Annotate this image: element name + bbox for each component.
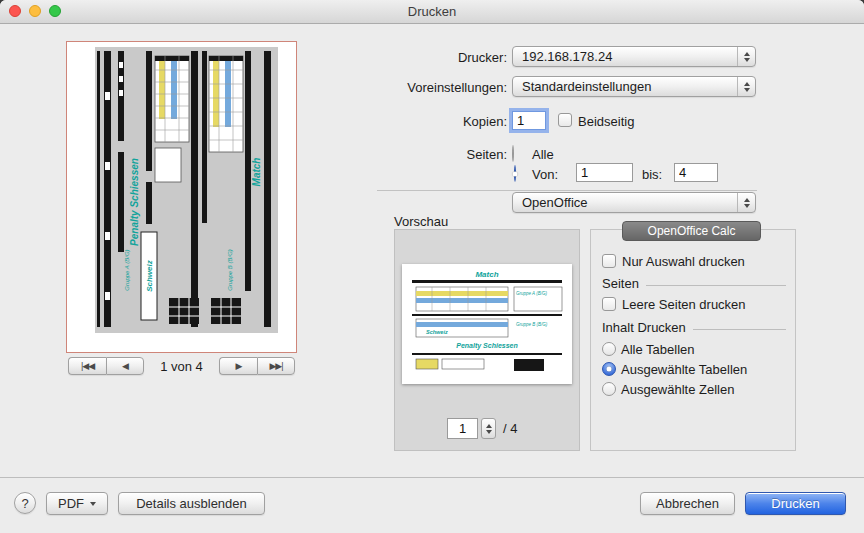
preview-page-input[interactable] [447,418,478,439]
help-button[interactable]: ? [14,492,36,514]
hide-details-label: Details ausblenden [136,496,247,511]
all-tables-label: Alle Tabellen [621,342,694,357]
vorschau-label: Vorschau [394,214,448,229]
previous-page-icon: ◀ [122,361,128,371]
group-rule [693,329,786,330]
next-page-button[interactable]: ▶ [219,357,257,375]
copies-input[interactable] [512,111,546,130]
cancel-button[interactable]: Abbrechen [640,492,735,515]
preview-page-total: / 4 [503,421,517,436]
last-page-icon: ▶▶| [269,361,282,371]
presets-label: Voreinstellungen: [407,80,507,95]
print-selection-only-checkbox[interactable] [602,254,616,268]
hide-details-button[interactable]: Details ausblenden [118,492,265,515]
preview-gruppe-b-text: Gruppe B (B/G) [227,249,233,291]
close-button[interactable] [9,5,21,17]
app-options-popup[interactable]: OpenOffice [512,192,756,213]
pages-to-label: bis: [642,167,662,182]
printer-label: Drucker: [458,50,507,65]
footer-bar: ? PDF Details ausblenden Abbrechen Druck… [0,477,864,533]
pages-to-input[interactable] [674,163,718,182]
group-rule [646,285,786,286]
pages-label: Seiten: [467,147,507,162]
popup-arrows-icon [737,77,755,96]
print-preview-small-image: Match Gruppe A (B/G) Gruppe B (B/G) Schw… [402,264,572,384]
duplex-label: Beidseitig [578,114,634,129]
presets-popup-value: Standardeinstellungen [522,79,651,94]
popup-arrows-icon [737,47,755,66]
print-empty-pages-label: Leere Seiten drucken [622,297,746,312]
content-group-header: Inhalt Drucken [602,320,786,335]
pdf-menu-button[interactable]: PDF [46,492,108,515]
preview-gruppe-a-text: Gruppe A (B/G) [124,249,130,290]
pages-group-header: Seiten [602,276,786,291]
all-tables-radio[interactable] [602,342,616,356]
minimize-button[interactable] [29,5,41,17]
vorschau-box: Match Gruppe A (B/G) Gruppe B (B/G) Schw… [394,229,580,451]
print-button[interactable]: Drucken [745,492,846,515]
selected-cells-radio[interactable] [602,382,616,396]
stepper-up-icon [486,424,492,428]
svg-text:Schweiz: Schweiz [426,329,448,335]
svg-text:Gruppe B (B/G): Gruppe B (B/G) [516,322,548,327]
app-options-popup-value: OpenOffice [522,195,588,210]
content-group-header-label: Inhalt Drucken [602,320,686,335]
page-indicator: 1 von 4 [144,359,219,374]
titlebar[interactable]: Drucken [0,0,864,24]
selected-tables-label: Ausgewählte Tabellen [621,362,747,377]
print-label: Drucken [771,496,819,511]
pages-all-label: Alle [532,147,554,162]
last-page-button[interactable]: ▶▶| [257,357,295,375]
print-empty-pages-checkbox[interactable] [602,297,616,311]
svg-text:Penalty Schiessen: Penalty Schiessen [456,342,517,350]
zoom-button[interactable] [49,5,61,17]
pages-group-header-label: Seiten [602,276,639,291]
pages-from-label: Von: [532,167,558,182]
print-selection-only-label: Nur Auswahl drucken [622,254,745,269]
copies-label: Kopien: [463,114,507,129]
pages-from-radio[interactable] [514,165,516,182]
first-page-icon: |◀◀ [81,361,94,371]
cancel-label: Abbrechen [656,496,719,511]
selected-cells-label: Ausgewählte Zellen [621,382,734,397]
next-page-icon: ▶ [236,361,242,371]
preview-penalty-text: Penalty Schiessen [129,158,140,246]
preview-match-text: Match [251,158,262,187]
pdf-menu-label: PDF [58,496,84,511]
print-dialog-window: Drucken Penalty Schiessen [0,0,864,533]
page-preview-small: Match Gruppe A (B/G) Gruppe B (B/G) Schw… [402,264,572,384]
pages-all-radio[interactable] [512,145,514,162]
page-preview-large: Penalty Schiessen [66,41,297,353]
pages-from-input[interactable] [576,163,633,182]
selected-tables-radio[interactable] [602,362,616,376]
svg-text:Gruppe A (B/G): Gruppe A (B/G) [516,291,547,296]
presets-popup[interactable]: Standardeinstellungen [512,76,756,97]
preview-schweiz-text: Schweiz [145,260,154,292]
popup-arrows-icon [737,193,755,212]
chevron-down-icon [90,502,96,506]
stepper-down-icon [486,430,492,434]
first-page-button[interactable]: |◀◀ [68,357,106,375]
printer-popup-value: 192.168.178.24 [522,49,612,64]
print-preview-image: Penalty Schiessen [67,42,296,352]
printer-popup[interactable]: 192.168.178.24 [512,46,756,67]
previous-page-button[interactable]: ◀ [106,357,144,375]
help-icon: ? [21,496,28,511]
svg-text:Match: Match [475,270,498,279]
section-divider [377,190,757,191]
calc-panel-tab: OpenOffice Calc [622,221,761,241]
traffic-lights [9,5,61,17]
duplex-checkbox[interactable] [558,113,572,127]
calc-options-panel: Nur Auswahl drucken Seiten Leere Seiten … [590,229,796,451]
window-title: Drucken [0,0,864,23]
preview-page-stepper[interactable] [481,418,496,439]
